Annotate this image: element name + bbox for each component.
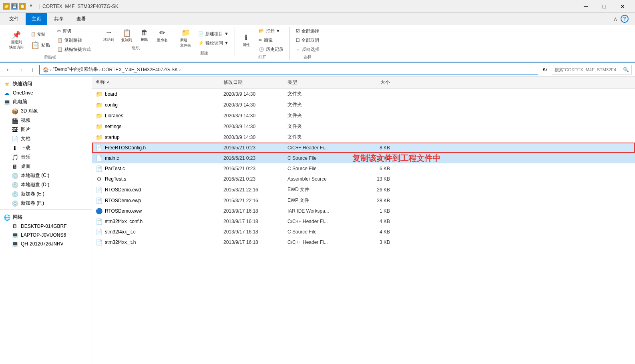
invert-selection-button[interactable]: ↔ 反向选择 (293, 45, 322, 54)
paste-shortcut-button[interactable]: 📋 粘贴快捷方式 (54, 45, 94, 54)
sidebar-item-desktop[interactable]: 🖥 桌面 (0, 162, 92, 171)
ribbon-help-btn[interactable]: ? (621, 15, 629, 23)
file-cell-size: 13 KB (356, 175, 396, 183)
table-row[interactable]: 📁 board 2020/3/9 14:30 文件夹 (92, 88, 635, 99)
ribbon-group-clipboard: 📌 固定到快速访问 📋 复制 📋 粘贴 ✂ 剪切 (3, 27, 97, 60)
table-row[interactable]: 📁 Libraries 2020/3/9 14:30 文件夹 (92, 110, 635, 121)
copy-path-icon: 📋 (57, 38, 63, 43)
copy-button[interactable]: 📋 复制 (28, 30, 53, 39)
table-row[interactable]: 📄 main.c 2016/5/21 0:23 C Source File 28… (92, 153, 635, 163)
cut-button[interactable]: ✂ 剪切 (54, 27, 94, 35)
table-row[interactable]: ⚙ RegTest.s 2016/5/21 0:23 Assembler Sou… (92, 174, 635, 184)
network-pc2-label: LAPTOP-J0VUONS6 (21, 232, 66, 238)
sidebar-item-drive-c[interactable]: 💿 本地磁盘 (C:) (0, 171, 92, 180)
table-row[interactable]: 📄 stm32f4xx_conf.h 2013/9/17 16:18 C/C++… (92, 216, 635, 227)
minimize-button[interactable]: ─ (577, 0, 595, 13)
clipboard-items: 📌 固定到快速访问 📋 复制 📋 粘贴 ✂ 剪切 (6, 27, 94, 54)
sidebar-section-network[interactable]: 🌐 网络 (0, 211, 92, 222)
header-date[interactable]: 修改日期 (220, 78, 284, 86)
open-button[interactable]: 📂 打开 ▼ (256, 27, 286, 35)
delete-button[interactable]: 🗑 删除 (137, 27, 153, 44)
file-icon: 📁 (95, 113, 102, 119)
properties-button[interactable]: ℹ 属性 (238, 32, 254, 49)
search-box[interactable]: 🔍 (552, 65, 632, 74)
table-row[interactable]: 📄 stm32f4xx_it.c 2013/9/17 16:18 C Sourc… (92, 227, 635, 237)
file-cell-date: 2013/9/17 16:18 (220, 239, 284, 246)
tab-share[interactable]: 共享 (48, 13, 70, 25)
ribbon: 文件 主页 共享 查看 ∧ ? 📌 固定到快速访问 📋 复制 (0, 13, 635, 63)
table-row[interactable]: 📄 ParTest.c 2016/5/21 0:23 C Source File… (92, 163, 635, 174)
maximize-button[interactable]: □ (595, 0, 613, 13)
select-none-button[interactable]: ☐ 全部取消 (293, 36, 322, 44)
tab-view[interactable]: 查看 (70, 13, 92, 25)
file-cell-name: 📄 FreeRTOSConfig.h (92, 144, 220, 152)
close-button[interactable]: ✕ (613, 0, 632, 13)
sidebar-item-3d[interactable]: 📦 3D 对象 (0, 107, 92, 116)
copy-icon: 📋 (31, 32, 36, 36)
tab-home[interactable]: 主页 (26, 13, 47, 25)
file-cell-date: 2020/3/9 14:30 (220, 90, 284, 98)
file-cell-size: 1 KB (356, 207, 396, 215)
downloads-icon: ⬇ (11, 145, 18, 151)
file-cell-type: C/C++ Header Fi... (284, 218, 356, 225)
history-icon: 🕒 (259, 47, 264, 52)
move-to-button[interactable]: → 移动到 (100, 27, 117, 44)
file-cell-date: 2013/9/17 16:18 (220, 218, 284, 225)
tab-file[interactable]: 文件 (3, 13, 25, 25)
file-cell-size (356, 115, 396, 117)
sidebar-item-video[interactable]: 🎬 视频 (0, 116, 92, 125)
sidebar-item-downloads[interactable]: ⬇ 下载 (0, 143, 92, 153)
sidebar-item-pictures[interactable]: 🖼 图片 (0, 125, 92, 134)
titlebar-icon-2: 💾 (11, 3, 18, 10)
header-size[interactable]: 大小 (356, 78, 396, 86)
address-path[interactable]: 🏠 › "Demo"中的搜索结果 › CORTEX_M4F_STM32F407Z… (39, 65, 538, 74)
sidebar-item-qh[interactable]: 💻 QH-20120726JNRV (0, 239, 92, 248)
copy-to-button[interactable]: 📋 复制到 (119, 27, 135, 44)
rename-button[interactable]: ✏ 重命名 (154, 27, 171, 44)
table-row[interactable]: 📁 startup 2020/3/9 14:30 文件夹 (92, 132, 635, 143)
header-type[interactable]: 类型 (284, 78, 356, 86)
file-cell-size: 4 KB (356, 228, 396, 235)
forward-button[interactable]: → (15, 64, 26, 75)
paste-button[interactable]: 📋 粘贴 (28, 40, 53, 51)
table-row[interactable]: 📄 stm32f4xx_it.h 2013/9/17 16:18 C/C++ H… (92, 237, 635, 247)
sidebar-item-drive-e[interactable]: 💿 新加卷 (E:) (0, 189, 92, 199)
sidebar-item-thispc[interactable]: 💻 此电脑 (0, 97, 92, 107)
drive-c-icon: 💿 (11, 173, 18, 179)
sidebar-item-drive-d[interactable]: 💿 本地磁盘 (D:) (0, 180, 92, 189)
sidebar-section-quick-access[interactable]: ★ 快速访问 (0, 78, 92, 88)
sidebar-item-laptop1[interactable]: 💻 LAPTOP-J0VUONS6 (0, 231, 92, 239)
pin-quick-access-button[interactable]: 📌 固定到快速访问 (6, 29, 26, 52)
copy-path-button[interactable]: 📋 复制路径 (54, 36, 94, 44)
new-folder-button[interactable]: 📁 新建文件夹 (177, 27, 194, 50)
up-button[interactable]: ↑ (27, 64, 38, 75)
table-row[interactable]: 📄 FreeRTOSConfig.h 2016/5/21 0:23 C/C++ … (92, 143, 635, 153)
table-row[interactable]: 🔵 RTOSDemo.eww 2013/9/17 16:18 IAR IDE W… (92, 206, 635, 216)
table-row[interactable]: 📁 settings 2020/3/9 14:30 文件夹 (92, 121, 635, 132)
edit-button[interactable]: ✏ 编辑 (256, 36, 286, 44)
select-all-button[interactable]: ☑ 全部选择 (293, 27, 322, 35)
sidebar-item-onedrive[interactable]: ☁ OneDrive (0, 88, 92, 97)
header-name[interactable]: 名称 ∧ (92, 78, 220, 86)
file-cell-name: ⚙ RegTest.s (92, 175, 220, 183)
file-cell-size: 28 KB (356, 155, 396, 162)
addressbar: ← → ↑ 🏠 › "Demo"中的搜索结果 › CORTEX_M4F_STM3… (0, 63, 635, 76)
refresh-button[interactable]: ↻ (540, 64, 550, 75)
table-row[interactable]: 📄 RTOSDemo.ewp 2015/3/21 22:16 EWP 文件 28… (92, 195, 635, 206)
titlebar-dropdown-arrow[interactable]: ▼ (29, 3, 33, 10)
history-button[interactable]: 🕒 历史记录 (256, 45, 286, 54)
desktop-icon: 🖥 (11, 163, 18, 170)
file-icon: 📄 (95, 229, 102, 235)
ribbon-collapse-btn[interactable]: ∧ (613, 16, 617, 22)
easy-access-button[interactable]: ⚡ 轻松访问 ▼ (195, 39, 231, 47)
back-button[interactable]: ← (3, 64, 14, 75)
search-input[interactable] (555, 67, 623, 72)
sidebar-item-music[interactable]: 🎵 音乐 (0, 153, 92, 162)
sidebar-item-drive-f[interactable]: 💿 新加卷 (F:) (0, 199, 92, 208)
table-row[interactable]: 📄 RTOSDemo.ewd 2015/3/21 22:16 EWD 文件 26… (92, 184, 635, 195)
sidebar-item-desktop1[interactable]: 🖥 DESKTOP-014GBRF (0, 222, 92, 231)
network-pc1-label: DESKTOP-014GBRF (21, 223, 66, 229)
table-row[interactable]: 📁 config 2020/3/9 14:30 文件夹 (92, 99, 635, 110)
sidebar-item-documents[interactable]: 📄 文档 (0, 134, 92, 143)
new-item-button[interactable]: 📄 新建项目 ▼ (195, 30, 231, 38)
